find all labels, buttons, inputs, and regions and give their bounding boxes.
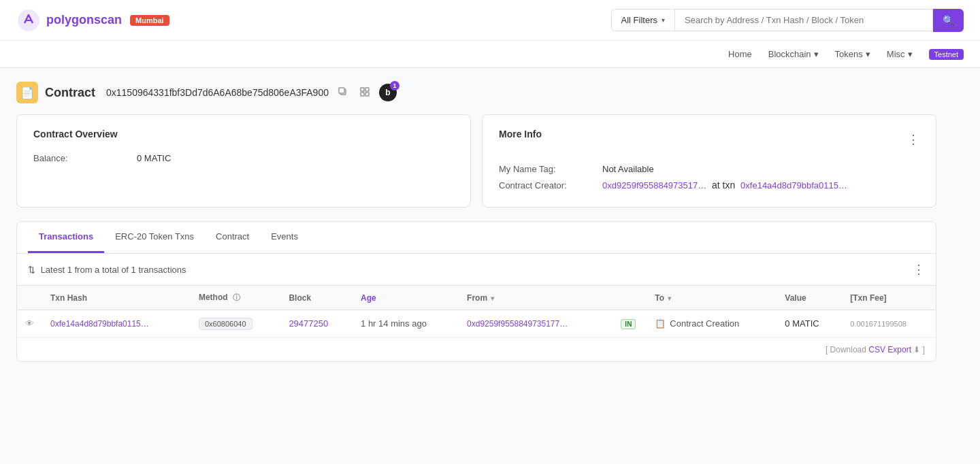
page-title: Contract (45, 86, 95, 100)
nav: Home Blockchain ▾ Tokens ▾ Misc ▾ Testne… (0, 41, 980, 68)
svg-rect-3 (361, 88, 364, 91)
from-address-link[interactable]: 0xd9259f9558849735177… (467, 319, 568, 329)
csv-suffix: ] (923, 345, 925, 354)
chevron-down-icon: ▾ (662, 16, 665, 24)
search-area: All Filters ▾ 🔍 (611, 9, 964, 32)
th-block: Block (280, 286, 353, 310)
name-tag-value: Not Available (602, 164, 654, 174)
table-info-label: Latest 1 from a total of 1 transactions (41, 265, 186, 275)
contract-icon: 📄 (16, 82, 38, 103)
contract-overview-title: Contract Overview (33, 129, 454, 139)
svg-rect-5 (361, 93, 364, 96)
th-from: From ▾ (459, 286, 610, 310)
contract-overview-card: Contract Overview Balance: 0 MATIC (16, 114, 471, 208)
creator-address-link[interactable]: 0xd9259f955884973517… (602, 180, 706, 190)
creator-label: Contract Creator: (499, 180, 594, 190)
logo-area: polygonscan Mumbai (16, 8, 169, 33)
page-title-row: 📄 Contract 0x1150964331fbf3Dd7d6A6A68be7… (16, 82, 936, 103)
name-tag-label: My Name Tag: (499, 164, 594, 174)
block-link[interactable]: 29477250 (289, 318, 328, 329)
nav-blockchain[interactable]: Blockchain ▾ (768, 49, 819, 59)
badge-count: 1 (390, 81, 399, 90)
txn-hash-link[interactable]: 0xfe14a4d8d79bbfa0115… (50, 319, 149, 329)
tabs-container: Transactions ERC-20 Token Txns Contract … (16, 221, 936, 362)
logo-icon (16, 8, 41, 33)
table-info-text: ⇅ Latest 1 from a total of 1 transaction… (28, 265, 186, 275)
csv-export-link[interactable]: CSV Export (868, 345, 911, 354)
nav-misc-label: Misc (887, 49, 905, 59)
chevron-down-icon: ▾ (866, 49, 870, 59)
th-eye (17, 286, 42, 310)
copy-button[interactable] (336, 86, 350, 100)
sort-icon: ⇅ (28, 265, 35, 275)
chevron-down-icon: ▾ (814, 49, 819, 59)
row-value: 0 MATIC (777, 310, 842, 337)
main-content: 📄 Contract 0x1150964331fbf3Dd7d6A6A68be7… (0, 68, 953, 376)
creator-row: Contract Creator: 0xd9259f955884973517… … (499, 177, 919, 193)
svg-rect-6 (365, 93, 369, 96)
csv-prefix: [ Download (826, 345, 866, 354)
row-fee: 0.001671199508 (842, 310, 936, 337)
tab-transactions[interactable]: Transactions (28, 222, 104, 253)
th-txn-hash: Txn Hash (42, 286, 191, 310)
row-eye: 👁 (17, 310, 42, 337)
at-txn-text: at txn (712, 180, 735, 190)
contract-creation-text: Contract Creation (670, 318, 739, 329)
th-value: Value (777, 286, 842, 310)
svg-rect-2 (339, 88, 344, 93)
table-info-row: ⇅ Latest 1 from a total of 1 transaction… (17, 254, 936, 285)
nav-misc[interactable]: Misc ▾ (887, 49, 913, 59)
th-to: To ▾ (647, 286, 777, 310)
network-badge: Mumbai (130, 15, 169, 26)
tab-events[interactable]: Events (260, 222, 309, 253)
name-tag-row: My Name Tag: Not Available (499, 161, 919, 177)
search-icon: 🔍 (943, 15, 954, 26)
creator-txn-link[interactable]: 0xfe14a4d8d79bbfa0115… (740, 180, 847, 190)
tab-contract[interactable]: Contract (205, 222, 260, 253)
header: polygonscan Mumbai All Filters ▾ 🔍 (0, 0, 980, 41)
nav-tokens[interactable]: Tokens ▾ (835, 49, 870, 59)
transactions-table: Txn Hash Method ⓘ Block Age From ▾ (17, 285, 936, 337)
from-filter-icon: ▾ (491, 295, 494, 302)
row-direction: IN (610, 310, 647, 337)
testnet-badge[interactable]: Testnet (929, 49, 964, 60)
row-from: 0xd9259f9558849735177… (459, 310, 610, 337)
nav-tokens-label: Tokens (835, 49, 863, 59)
search-input[interactable] (674, 9, 933, 31)
contract-doc-icon: 📋 (655, 318, 666, 329)
method-badge: 0x60806040 (199, 318, 252, 330)
contract-address: 0x1150964331fbf3Dd7d6A6A68be75d806eA3FA9… (106, 87, 329, 98)
row-txn-hash: 0xfe14a4d8d79bbfa0115… (42, 310, 191, 337)
row-to: 📋 Contract Creation (647, 310, 777, 337)
more-info-card: More Info ⋮ My Name Tag: Not Available C… (482, 114, 936, 208)
fee-text: 0.001671199508 (850, 320, 906, 328)
svg-rect-4 (365, 88, 369, 91)
grid-button[interactable] (357, 86, 372, 100)
value-text: 0 MATIC (785, 318, 819, 329)
grid-icon (360, 87, 370, 97)
search-button[interactable]: 🔍 (933, 9, 964, 32)
eye-icon[interactable]: 👁 (25, 318, 34, 329)
filter-label: All Filters (621, 15, 657, 25)
row-block: 29477250 (280, 310, 353, 337)
table-options-button[interactable]: ⋮ (913, 262, 925, 277)
to-filter-icon: ▾ (668, 295, 671, 302)
chevron-down-icon: ▾ (908, 49, 913, 59)
more-info-header: More Info ⋮ (499, 129, 919, 150)
table-header-row: Txn Hash Method ⓘ Block Age From ▾ (17, 286, 936, 310)
tab-erc20[interactable]: ERC-20 Token Txns (104, 222, 205, 253)
csv-export-row: [ Download CSV Export ⬇ ] (17, 337, 936, 361)
more-info-title: More Info (499, 129, 542, 139)
filter-button[interactable]: All Filters ▾ (611, 9, 674, 31)
tabs-header: Transactions ERC-20 Token Txns Contract … (17, 222, 936, 254)
table-row: 👁 0xfe14a4d8d79bbfa0115… 0x60806040 2947… (17, 310, 936, 337)
more-options-button[interactable]: ⋮ (907, 132, 919, 147)
b-badge[interactable]: b 1 (379, 84, 397, 101)
creator-value: 0xd9259f955884973517… at txn 0xfe14a4d8d… (602, 180, 847, 190)
nav-home[interactable]: Home (728, 49, 752, 59)
th-direction (610, 286, 647, 310)
in-badge: IN (621, 319, 636, 329)
age-text: 1 hr 14 mins ago (361, 318, 427, 329)
method-info-icon: ⓘ (233, 293, 240, 301)
th-age: Age (353, 286, 459, 310)
